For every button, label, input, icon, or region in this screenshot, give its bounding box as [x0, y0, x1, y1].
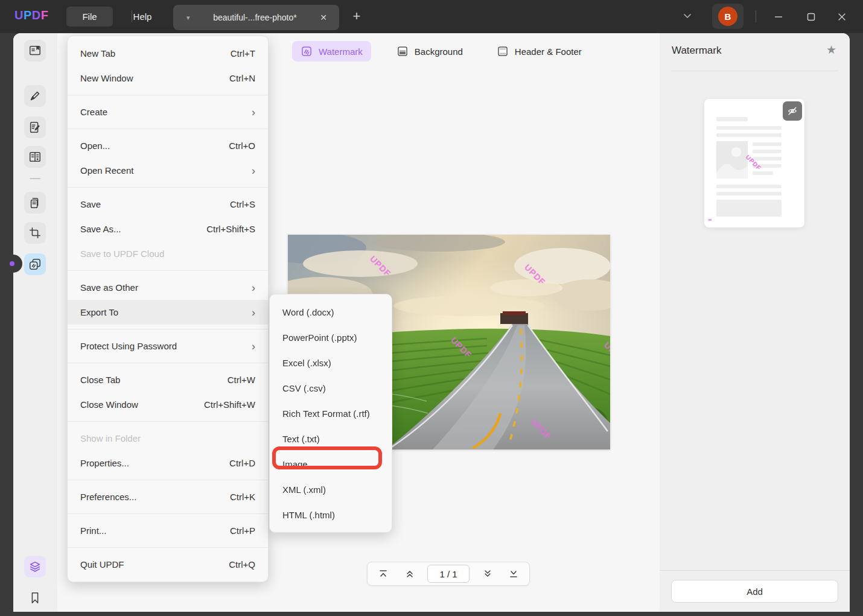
edit-icon[interactable]: [24, 116, 46, 138]
mock-text-line: [716, 117, 748, 121]
tab-header-footer[interactable]: Header & Footer: [488, 41, 590, 62]
tab-background-label: Background: [415, 46, 463, 57]
mock-text-block: [716, 200, 782, 217]
minimize-button[interactable]: [770, 8, 787, 25]
menu-item-new-window[interactable]: New WindowCtrl+N: [68, 66, 268, 90]
menu-divider: [68, 421, 268, 422]
tab-close-icon[interactable]: ✕: [320, 13, 327, 22]
tab-header-footer-label: Header & Footer: [515, 46, 582, 57]
logo-letter: D: [32, 8, 41, 22]
sidebar-divider: [30, 178, 40, 179]
star-icon[interactable]: ★: [826, 43, 836, 57]
ai-assistant-icon[interactable]: [24, 556, 46, 577]
bookmark-icon[interactable]: [24, 587, 46, 609]
mock-text-line: [753, 171, 773, 175]
updf-logo: UPDF: [14, 8, 48, 22]
menu-item-new-tab[interactable]: New TabCtrl+T: [68, 41, 268, 66]
menu-divider: [68, 363, 268, 363]
mock-text-line: [753, 150, 782, 153]
hide-watermark-button[interactable]: [783, 101, 802, 121]
preview-pink-mark: [709, 219, 712, 221]
menu-item-save-as-other[interactable]: Save as Other›: [68, 275, 268, 300]
menu-item-save-as[interactable]: Save As...Ctrl+Shift+S: [68, 217, 268, 241]
mock-text-line: [753, 157, 782, 160]
header-footer-icon: [497, 45, 509, 57]
add-watermark-button[interactable]: Add: [671, 580, 838, 603]
mock-text-line: [716, 192, 782, 195]
page-tools-watermark-icon[interactable]: [24, 253, 46, 275]
document-tab[interactable]: ▾ beautiful-...free-photo* ✕: [173, 5, 339, 30]
reader-icon[interactable]: [24, 40, 46, 62]
page-number-indicator[interactable]: 1 / 1: [427, 565, 470, 583]
menu-item-protect-using-password[interactable]: Protect Using Password›: [68, 334, 268, 358]
titlebar-divider: [756, 10, 756, 22]
background-icon: [396, 45, 409, 57]
eye-off-icon: [786, 105, 798, 117]
tab-title: beautiful-...free-photo*: [190, 13, 320, 22]
submenu-item-word[interactable]: Word (.docx): [270, 299, 392, 325]
next-page-button[interactable]: [479, 565, 496, 582]
menu-item-preferences[interactable]: Preferences...Ctrl+K: [68, 484, 268, 509]
submenu-item-csv[interactable]: CSV (.csv): [270, 375, 392, 401]
menu-item-open-recent[interactable]: Open Recent›: [68, 158, 268, 183]
previous-page-button[interactable]: [401, 565, 418, 582]
submenu-item-rich-text-format[interactable]: Rich Text Format (.rtf): [270, 401, 392, 426]
close-window-button[interactable]: [833, 8, 850, 25]
menu-item-export-to[interactable]: Export To›: [68, 300, 268, 325]
menu-divider: [68, 480, 268, 480]
mock-text-line: [753, 142, 782, 146]
panel-footer-divider: [660, 570, 850, 571]
submenu-arrow-icon: ›: [252, 282, 255, 293]
submenu-item-xml[interactable]: XML (.xml): [270, 477, 392, 502]
tab-background[interactable]: Background: [388, 41, 471, 62]
chevron-down-icon[interactable]: [682, 12, 693, 21]
organize-pages-icon[interactable]: [24, 146, 46, 168]
menu-item-create[interactable]: Create›: [68, 100, 268, 124]
account-button[interactable]: B: [712, 4, 744, 29]
mock-image-placeholder: [716, 141, 748, 179]
menu-item-properties[interactable]: Properties...Ctrl+D: [68, 451, 268, 475]
menu-divider: [68, 547, 268, 548]
last-page-button[interactable]: [505, 565, 522, 582]
tab-watermark-label: Watermark: [319, 46, 363, 57]
mock-text-line: [716, 133, 782, 137]
logo-letter: P: [24, 8, 32, 22]
file-menu-button[interactable]: File: [66, 7, 113, 27]
comment-icon[interactable]: [24, 85, 46, 107]
logo-letter: F: [41, 8, 49, 22]
first-page-button[interactable]: [375, 565, 392, 582]
submenu-item-excel[interactable]: Excel (.xlsx): [270, 350, 392, 375]
submenu-arrow-icon: ›: [252, 307, 255, 318]
page-tools-toolbar: Watermark Background Header & Footer: [292, 41, 590, 62]
submenu-item-text[interactable]: Text (.txt): [270, 426, 392, 451]
new-tab-plus-button[interactable]: +: [349, 8, 365, 24]
menu-divider: [68, 513, 268, 514]
menu-item-close-tab[interactable]: Close TabCtrl+W: [68, 367, 268, 392]
help-menu-button[interactable]: Help: [121, 7, 164, 27]
submenu-arrow-icon: ›: [252, 341, 255, 352]
app-window: UPDF File Help ▾ beautiful-...free-photo…: [0, 0, 863, 616]
menu-divider: [68, 329, 268, 329]
menu-item-print[interactable]: Print...Ctrl+P: [68, 518, 268, 543]
title-bar: UPDF File Help ▾ beautiful-...free-photo…: [0, 0, 863, 33]
convert-pages-icon[interactable]: [24, 192, 46, 214]
tab-watermark[interactable]: Watermark: [292, 41, 371, 62]
file-menu: New TabCtrl+T New WindowCtrl+N Create› O…: [67, 36, 269, 582]
menu-item-close-window[interactable]: Close WindowCtrl+Shift+W: [68, 392, 268, 417]
left-sidebar: [13, 33, 57, 612]
menu-divider: [68, 95, 268, 95]
maximize-button[interactable]: [803, 8, 820, 25]
logo-letter: U: [14, 8, 24, 22]
menu-divider: [68, 187, 268, 188]
menu-item-quit-updf[interactable]: Quit UPDFCtrl+Q: [68, 552, 268, 577]
menu-item-save[interactable]: SaveCtrl+S: [68, 192, 268, 217]
submenu-item-image[interactable]: Image: [270, 451, 392, 477]
submenu-item-html[interactable]: HTML (.html): [270, 502, 392, 527]
panel-title: Watermark: [672, 45, 722, 57]
menu-item-open[interactable]: Open...Ctrl+O: [68, 133, 268, 158]
submenu-item-powerpoint[interactable]: PowerPoint (.pptx): [270, 325, 392, 350]
menu-item-show-in-folder: Show in Folder: [68, 426, 268, 451]
watermark-preview-card[interactable]: UPDF: [704, 99, 804, 227]
crop-icon[interactable]: [24, 222, 46, 244]
mock-text-line: [716, 185, 782, 188]
